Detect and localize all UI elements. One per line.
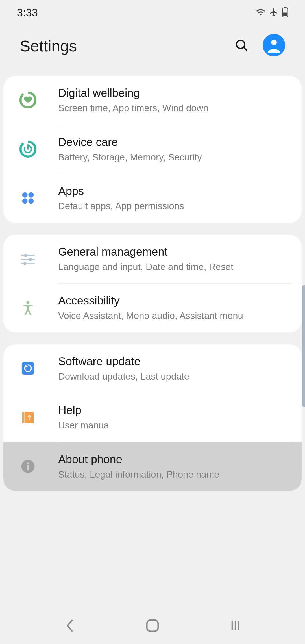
svg-line-4 <box>244 47 247 51</box>
back-button[interactable] <box>61 617 78 634</box>
scroll-indicator[interactable] <box>302 285 305 407</box>
svg-point-11 <box>28 192 34 198</box>
item-title: Digital wellbeing <box>58 86 292 100</box>
profile-button[interactable] <box>263 34 285 58</box>
svg-rect-21 <box>22 362 34 375</box>
svg-point-15 <box>24 254 27 257</box>
item-title: Apps <box>58 184 292 198</box>
header: Settings <box>0 25 305 76</box>
apps-icon <box>18 190 38 206</box>
svg-point-26 <box>27 462 29 464</box>
item-subtitle: Language and input, Date and time, Reset <box>58 261 292 273</box>
digital-wellbeing-icon <box>18 91 38 109</box>
item-subtitle: Default apps, App permissions <box>58 200 292 213</box>
wifi-icon <box>256 7 265 18</box>
home-button[interactable] <box>144 617 161 634</box>
battery-icon <box>282 7 288 18</box>
search-button[interactable] <box>234 38 249 53</box>
svg-rect-22 <box>22 412 25 423</box>
general-management-icon <box>18 251 38 267</box>
settings-item-device-care[interactable]: Device care Battery, Storage, Memory, Se… <box>3 125 302 174</box>
item-title: General management <box>58 244 292 259</box>
settings-item-general-management[interactable]: General management Language and input, D… <box>3 235 302 284</box>
svg-rect-2 <box>283 13 287 16</box>
item-title: About phone <box>58 452 292 467</box>
settings-item-help[interactable]: ? Help User manual <box>3 393 302 442</box>
about-phone-icon <box>18 459 38 474</box>
status-icons <box>256 7 288 18</box>
item-title: Accessibility <box>58 293 292 308</box>
settings-item-accessibility[interactable]: Accessibility Voice Assistant, Mono audi… <box>3 284 302 332</box>
status-time: 3:33 <box>17 7 38 19</box>
svg-rect-27 <box>27 465 29 470</box>
item-title: Help <box>58 403 292 417</box>
item-subtitle: Download updates, Last update <box>58 370 292 383</box>
navigation-bar <box>0 607 305 644</box>
settings-group: Software update Download updates, Last u… <box>3 344 302 491</box>
svg-rect-1 <box>284 7 286 8</box>
settings-item-apps[interactable]: Apps Default apps, App permissions <box>3 174 302 223</box>
item-title: Software update <box>58 354 292 369</box>
svg-point-17 <box>29 258 32 261</box>
svg-point-6 <box>271 40 277 45</box>
item-subtitle: Status, Legal information, Phone name <box>58 468 292 481</box>
status-bar: 3:33 <box>0 0 305 25</box>
svg-point-20 <box>26 301 29 304</box>
settings-item-software-update[interactable]: Software update Download updates, Last u… <box>3 344 302 393</box>
svg-point-13 <box>28 199 34 204</box>
software-update-icon <box>18 361 38 376</box>
item-title: Device care <box>58 135 292 149</box>
settings-group: General management Language and input, D… <box>3 235 302 332</box>
settings-group: Digital wellbeing Screen time, App timer… <box>3 76 302 223</box>
accessibility-icon <box>18 300 38 316</box>
item-subtitle: Screen time, App timers, Wind down <box>58 102 292 115</box>
item-subtitle: Voice Assistant, Mono audio, Assistant m… <box>58 310 292 322</box>
svg-point-19 <box>23 262 26 265</box>
svg-rect-28 <box>147 620 158 631</box>
svg-point-10 <box>22 192 28 198</box>
device-care-icon <box>18 140 38 158</box>
page-title: Settings <box>20 37 77 55</box>
settings-item-about-phone[interactable]: About phone Status, Legal information, P… <box>3 442 302 491</box>
settings-item-digital-wellbeing[interactable]: Digital wellbeing Screen time, App timer… <box>3 76 302 125</box>
settings-list: Digital wellbeing Screen time, App timer… <box>0 76 305 491</box>
svg-point-12 <box>22 199 28 204</box>
item-subtitle: User manual <box>58 419 292 432</box>
item-subtitle: Battery, Storage, Memory, Security <box>58 151 292 164</box>
airplane-mode-icon <box>269 8 278 18</box>
svg-point-3 <box>236 40 245 48</box>
help-icon: ? <box>18 410 38 425</box>
recents-button[interactable] <box>227 617 244 634</box>
svg-text:?: ? <box>27 414 31 421</box>
